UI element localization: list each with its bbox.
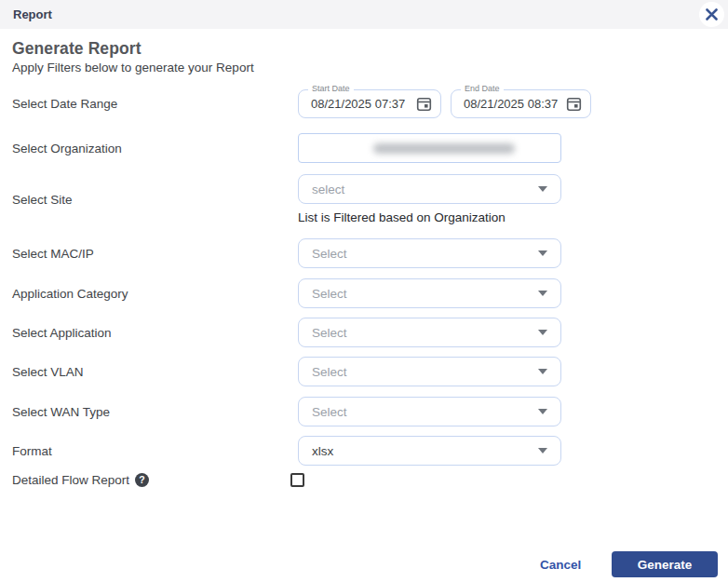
page-subtitle: Apply Filters below to generate your Rep… [12,61,254,74]
wan-type-placeholder: Select [312,405,347,419]
vlan-select[interactable]: Select [298,357,561,386]
detailed-flow-label: Detailed Flow Report [12,473,129,487]
format-value: xlsx [312,444,333,458]
start-date-field[interactable]: Start Date 08/21/2025 07:37 [298,89,441,118]
application-select[interactable]: Select [298,318,561,347]
organization-input[interactable] [298,133,561,163]
date-range-label: Select Date Range [12,97,298,111]
chevron-down-icon [538,448,547,453]
site-label: Select Site [12,193,298,207]
help-icon[interactable]: ? [135,473,149,487]
row-wan-type: Select WAN Type Select [12,397,561,426]
modal-title: Report [13,0,52,29]
app-category-select[interactable]: Select [298,278,561,308]
site-helper-text: List is Filtered based on Organization [298,210,561,224]
site-placeholder: select [312,183,344,196]
row-detailed-flow: Detailed Flow Report ? [12,470,304,489]
mac-ip-label: Select MAC/IP [12,247,298,261]
chevron-down-icon [538,369,547,374]
wan-type-label: Select WAN Type [12,405,298,419]
application-placeholder: Select [312,326,347,340]
detailed-flow-label-group: Detailed Flow Report ? [12,473,298,487]
chevron-down-icon [538,250,547,256]
wan-type-select[interactable]: Select [298,397,561,426]
chevron-down-icon [538,409,547,414]
cancel-button[interactable]: Cancel [540,558,581,572]
calendar-icon[interactable] [566,96,582,112]
end-date-value: 08/21/2025 08:37 [464,97,558,111]
format-select[interactable]: xlsx [298,436,561,466]
row-date-range: Select Date Range Start Date 08/21/2025 … [12,89,591,118]
app-category-label: Application Category [12,287,298,301]
organization-label: Select Organization [12,142,298,156]
modal-titlebar: Report [0,0,728,29]
generate-button[interactable]: Generate [612,551,718,577]
generate-report-modal: Report Generate Report Apply Filters bel… [0,0,728,582]
vlan-placeholder: Select [312,365,347,379]
mac-ip-select[interactable]: Select [298,238,561,268]
end-date-field[interactable]: End Date 08/21/2025 08:37 [451,89,591,118]
chevron-down-icon [538,330,547,335]
vlan-label: Select VLAN [12,365,298,379]
chevron-down-icon [538,291,547,296]
row-mac-ip: Select MAC/IP Select [12,238,561,268]
row-app-category: Application Category Select [12,278,561,308]
row-organization: Select Organization [12,133,561,163]
end-date-float-label: End Date [461,84,504,93]
close-icon [706,8,718,20]
start-date-float-label: Start Date [308,84,354,93]
row-format: Format xlsx [12,436,561,466]
site-select[interactable]: select [298,174,561,204]
start-date-value: 08/21/2025 07:37 [311,97,405,111]
page-title: Generate Report [12,39,142,59]
mac-ip-placeholder: Select [312,247,347,261]
row-site: Select Site select List is Filtered base… [12,174,561,224]
app-category-placeholder: Select [312,287,347,301]
application-label: Select Application [12,326,298,340]
organization-redacted-value [373,143,515,154]
chevron-down-icon [538,186,547,192]
row-application: Select Application Select [12,318,561,347]
calendar-icon[interactable] [416,96,432,112]
format-label: Format [12,444,298,458]
close-button[interactable] [699,2,724,27]
row-vlan: Select VLAN Select [12,357,561,386]
detailed-flow-checkbox[interactable] [290,473,304,487]
